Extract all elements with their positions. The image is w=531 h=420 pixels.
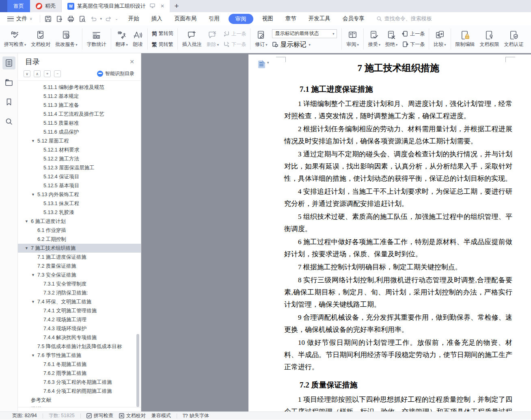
reject-revision-button[interactable]: 拒绝▾ [383,29,400,49]
doc-proof-button[interactable]: 文档校对 [28,29,53,49]
word-count-indicator[interactable]: 字数: 51825 [49,412,75,419]
toc-item[interactable]: ▼ 7.3.1 安全管理制度 [18,279,141,288]
toc-item[interactable]: ▼ 5.11.5 质量标准 [18,119,141,128]
new-tab-button[interactable]: + [170,0,183,12]
next-comment-button[interactable]: 下一条 [223,41,246,48]
compare-button[interactable]: 比较▾ [431,29,448,49]
page-nav-widget[interactable]: ▾ [258,61,269,68]
toc-scrollbar[interactable] [136,334,139,407]
export-pdf-button[interactable] [55,14,65,24]
monitor-icon[interactable] [149,3,156,9]
trad-to-simp-button[interactable]: 简 繁转简 [152,30,173,37]
chevron-down-icon[interactable]: ▼ [31,136,37,145]
chevron-down-icon[interactable]: ▼ [31,351,37,360]
word-count-button[interactable]: 字数统计 [84,29,109,49]
spell-check-button[interactable]: 拼写检查▾ [2,29,28,49]
tab-document[interactable]: W 某高层住宅项目施工组织设计 ✕ [62,0,170,12]
undo-button[interactable] [89,14,99,24]
tab-references[interactable]: 引用 [203,12,226,25]
tab-member[interactable]: 会员专享 [337,12,371,25]
simp-to-trad-button[interactable]: 繁 简转繁 [152,41,173,48]
toc-item[interactable]: ▼ 5.13.1 抹灰工程 [18,199,141,208]
toc-item[interactable]: ▼ 5.13 内外装饰工程 [18,190,141,199]
revision-button[interactable]: 修订▾ [253,29,270,49]
customize-quickbar-icon[interactable]: ⌄ [115,17,118,21]
toc-item[interactable]: ▼ 7.5 降低成本措施计划及降低成本目标 [18,342,141,351]
tab-docer[interactable]: 稻壳 [30,0,62,12]
tab-insert[interactable]: 插入 [145,12,168,25]
chevron-down-icon[interactable]: ▼ [31,297,37,306]
tab-section[interactable]: 章节 [279,12,302,25]
restrict-edit-button[interactable]: 限制编辑 [453,29,477,49]
document-canvas[interactable]: ▾ 7 施工技术组织措施 7.1 施工进度保证措施 1 详细编制整个工程进度计划… [141,53,531,411]
print-preview-button[interactable] [78,14,87,24]
tab-page-layout[interactable]: 页面布局 [168,12,203,25]
next-revision-button[interactable]: 下一条 [402,41,425,48]
markup-state-dropdown[interactable]: 显示标记的最终状态 ▾ [272,29,337,38]
toc-item[interactable]: ▼ 5.11.6 成品保护 [18,128,141,136]
chevron-down-icon[interactable]: ▼ [25,244,31,253]
tab-start[interactable]: 开始 [122,12,145,25]
toc-item[interactable]: ▼ 7.6.1 冬期施工措施 [18,360,141,369]
toc-item[interactable]: ▼ 7.3 安全保证措施 [18,271,141,279]
insert-comment-button[interactable]: 插入批注 [180,29,204,49]
toc-item[interactable]: ▼ 5.12.4 保证项目 [18,172,141,181]
toc-item[interactable]: ▼ 5.12.2 施工方法 [18,154,141,163]
toc-item[interactable]: ▼ 7.6.3 分项工程的冬期施工措施 [18,378,141,387]
page-indicator[interactable]: 页面: 82/94 [12,412,37,419]
toc-item[interactable]: ▼ 7.1 施工进度保证措施 [18,253,141,262]
chevron-down-icon[interactable]: ▼ [25,217,31,226]
toc-item[interactable]: ▼ 6.2 工期控制 [18,235,141,244]
print-button[interactable] [66,14,76,24]
read-aloud-button[interactable]: 朗读 [130,29,145,49]
chevron-down-icon[interactable]: ▼ [31,271,37,279]
doc-proof-status[interactable]: 文档校对 [119,412,146,419]
find-panel-button[interactable] [2,115,15,128]
toc-item[interactable]: ▼ 7.6 季节性施工措施 [18,351,141,360]
bookmark-panel-button[interactable] [2,95,15,108]
toc-item[interactable]: ▼ 7.4.1 文明施工管理措施 [18,306,141,315]
toc-item[interactable]: ▼ 5.11.4 工艺流程及操作工艺 [18,110,141,119]
toc-item[interactable]: ▼ 7.4.4 解决扰民专项措施 [18,333,141,342]
expand-down-button[interactable]: ∨ [24,70,30,77]
toc-item[interactable]: ▼ 5.12 屋面工程 [18,136,141,145]
accept-revision-button[interactable]: 接受▾ [366,29,383,49]
document-page[interactable]: ▾ 7 施工技术组织措施 7.1 施工进度保证措施 1 详细编制整个工程进度计划… [248,54,531,411]
show-markup-button[interactable]: 显示标记▾ [272,41,337,49]
missing-font-indicator[interactable]: T? 缺失字体 [183,412,209,419]
toc-item[interactable]: ▼ 5.13.2 乳胶漆 [18,208,141,217]
toc-item[interactable]: ▼ 5.12.3 屋面保温层施工 [18,163,141,172]
toc-item[interactable]: ▼ 6 施工进度计划 [18,217,141,226]
review-pane-button[interactable]: 审阅▾ [344,29,361,49]
file-menu-button[interactable]: 文件 ∨ [7,15,37,22]
doc-cert-button[interactable]: 文档认证 [502,29,526,49]
tab-view[interactable]: 视图 [256,12,279,25]
toc-item[interactable]: ▼ 5.11.3 施工准备 [18,101,141,110]
delete-comment-button[interactable]: 删除▾ [204,29,221,49]
save-button[interactable] [43,14,53,24]
toc-item[interactable]: ▼ 5.11.2 基本规定 [18,92,141,101]
collapse-all-button[interactable]: － [54,70,61,77]
toc-item[interactable]: ▼ 7.2 质量保证措施 [18,262,141,271]
toc-item[interactable]: ▼ 6.1 作业穿插 [18,226,141,235]
document-content[interactable]: 7 施工技术组织措施 7.1 施工进度保证措施 1 详细编制整个工程进度计划和月… [284,58,512,411]
smart-toc-button[interactable]: 智能识别目录 [97,70,134,77]
tab-home[interactable]: 首页 [7,0,30,12]
toc-item[interactable]: ▼ 7.6.2 雨季施工措施 [18,369,141,378]
close-icon[interactable]: ✕ [130,58,134,65]
collapse-up-button[interactable]: ∧ [34,70,41,77]
compat-mode-indicator[interactable]: 兼容模式 [151,412,171,419]
expand-all-button[interactable]: ＋ [44,70,51,77]
toc-item[interactable]: ▼ 7.4.2 现场施工清理 [18,315,141,324]
toc-item[interactable]: ▼ 7 施工技术组织措施 [18,244,141,253]
prev-revision-button[interactable]: 上一条 [402,30,425,37]
toc-item[interactable]: ▼ 7.6.4 分项工程的雨期施工措施 [18,387,141,396]
toc-item[interactable]: ▼ 5.12.5 基本项目 [18,181,141,190]
doc-permission-button[interactable]: 文档权限 [477,29,502,49]
correction-service-button[interactable]: 批改服务▾ [53,29,80,49]
prev-comment-button[interactable]: 上一条 [223,30,246,37]
workspace-panel-button[interactable] [2,76,15,89]
undo-caret-icon[interactable]: ▾ [100,17,102,21]
spell-check-status[interactable]: 拼写检查 [86,412,113,419]
redo-button[interactable] [104,14,113,24]
